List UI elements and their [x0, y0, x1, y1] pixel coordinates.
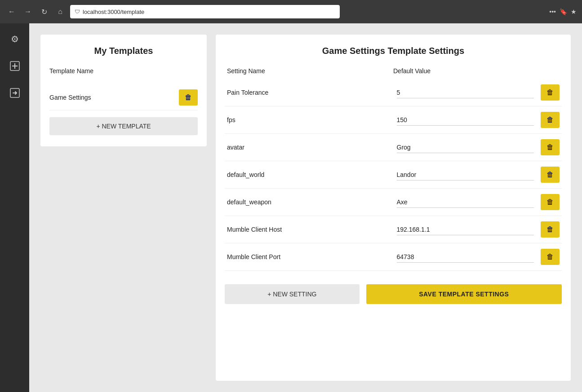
- delete-setting-button[interactable]: 🗑: [541, 112, 560, 128]
- setting-row: avatar🗑: [225, 134, 562, 161]
- trash-icon: 🗑: [546, 198, 554, 206]
- setting-value-container: 🗑: [397, 221, 560, 238]
- templates-title: My Templates: [49, 46, 198, 56]
- setting-row: Pain Tolerance🗑: [225, 79, 562, 106]
- sidebar-add-icon[interactable]: [6, 57, 24, 75]
- delete-setting-button[interactable]: 🗑: [541, 84, 560, 101]
- new-setting-button[interactable]: + NEW SETTING: [225, 284, 360, 304]
- settings-footer: + NEW SETTING SAVE TEMPLATE SETTINGS: [225, 280, 562, 304]
- delete-setting-button[interactable]: 🗑: [541, 249, 560, 265]
- trash-icon: 🗑: [546, 88, 554, 97]
- setting-name-label: default_world: [227, 171, 390, 178]
- new-template-button[interactable]: + NEW TEMPLATE: [49, 117, 198, 135]
- template-row: Game Settings 🗑: [49, 85, 198, 110]
- templates-col-header: Template Name: [49, 67, 198, 78]
- setting-value-input[interactable]: [397, 87, 534, 98]
- setting-value-input[interactable]: [397, 224, 534, 235]
- browser-actions: ••• 🔖 ★: [549, 8, 577, 15]
- setting-value-header: Default Value: [393, 67, 560, 75]
- trash-icon: 🗑: [546, 253, 554, 261]
- security-icon: 🛡: [75, 9, 80, 15]
- setting-name-label: Mumble Client Port: [227, 253, 390, 260]
- save-settings-button[interactable]: SAVE TEMPLATE SETTINGS: [366, 284, 562, 304]
- setting-value-input[interactable]: [397, 169, 534, 181]
- setting-value-input[interactable]: [397, 142, 534, 153]
- url-text: localhost:3000/template: [83, 9, 144, 15]
- setting-value-container: 🗑: [397, 84, 560, 101]
- settings-columns-header: Setting Name Default Value: [225, 67, 562, 75]
- setting-value-container: 🗑: [397, 167, 560, 183]
- browser-chrome: ← → ↻ ⌂ 🛡 localhost:3000/template ••• 🔖 …: [0, 0, 582, 23]
- setting-row: fps🗑: [225, 106, 562, 134]
- main-content: My Templates Template Name Game Settings…: [29, 23, 582, 392]
- delete-template-button[interactable]: 🗑: [179, 89, 198, 106]
- setting-name-label: Mumble Client Host: [227, 226, 390, 233]
- more-button[interactable]: •••: [549, 8, 556, 15]
- setting-name-label: avatar: [227, 144, 390, 151]
- forward-button[interactable]: →: [22, 5, 34, 18]
- setting-row: Mumble Client Port🗑: [225, 243, 562, 271]
- settings-rows: Pain Tolerance🗑fps🗑avatar🗑default_world🗑…: [225, 79, 562, 271]
- setting-value-container: 🗑: [397, 139, 560, 155]
- setting-value-input[interactable]: [397, 197, 534, 208]
- templates-panel: My Templates Template Name Game Settings…: [40, 35, 207, 146]
- setting-row: default_weapon🗑: [225, 189, 562, 216]
- setting-name-label: Pain Tolerance: [227, 89, 390, 96]
- delete-setting-button[interactable]: 🗑: [541, 139, 560, 155]
- template-name: Game Settings: [49, 94, 91, 101]
- setting-name-label: default_weapon: [227, 198, 390, 206]
- bookmark-button[interactable]: 🔖: [560, 8, 567, 15]
- sidebar-gear-icon[interactable]: ⚙: [6, 30, 24, 48]
- delete-setting-button[interactable]: 🗑: [541, 167, 560, 183]
- app-layout: ⚙ My Templates Template Name Game Settin…: [0, 23, 582, 392]
- delete-setting-button[interactable]: 🗑: [541, 194, 560, 210]
- trash-icon: 🗑: [546, 171, 554, 179]
- settings-title: Game Settings Template Settings: [225, 46, 562, 56]
- sidebar-export-icon[interactable]: [6, 84, 24, 102]
- setting-value-input[interactable]: [397, 115, 534, 126]
- setting-name-header: Setting Name: [227, 67, 393, 75]
- settings-panel: Game Settings Template Settings Setting …: [216, 35, 571, 381]
- setting-value-container: 🗑: [397, 249, 560, 265]
- back-button[interactable]: ←: [5, 5, 18, 18]
- setting-value-input[interactable]: [397, 251, 534, 263]
- setting-row: default_world🗑: [225, 161, 562, 189]
- trash-icon: 🗑: [546, 143, 554, 151]
- star-button[interactable]: ★: [571, 8, 577, 15]
- sidebar: ⚙: [0, 23, 29, 392]
- trash-icon: 🗑: [546, 225, 554, 233]
- delete-setting-button[interactable]: 🗑: [541, 221, 560, 238]
- address-bar[interactable]: 🛡 localhost:3000/template: [70, 5, 340, 18]
- setting-row: Mumble Client Host🗑: [225, 216, 562, 243]
- reload-button[interactable]: ↻: [38, 5, 50, 18]
- setting-value-container: 🗑: [397, 194, 560, 210]
- trash-icon: 🗑: [546, 116, 554, 124]
- setting-value-container: 🗑: [397, 112, 560, 128]
- setting-name-label: fps: [227, 116, 390, 123]
- trash-icon: 🗑: [185, 93, 192, 101]
- home-button[interactable]: ⌂: [54, 5, 67, 18]
